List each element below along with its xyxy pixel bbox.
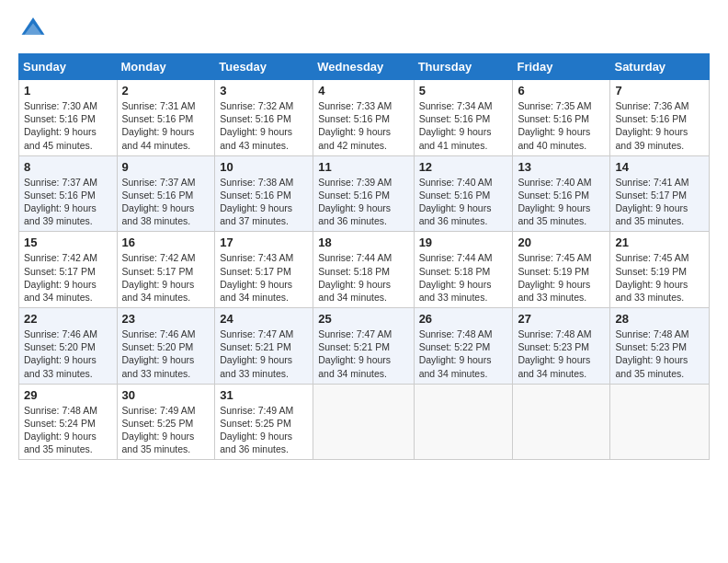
day-info: Sunrise: 7:43 AMSunset: 5:17 PMDaylight:… — [220, 252, 293, 303]
day-number: 14 — [615, 160, 704, 174]
calendar-cell — [513, 384, 610, 460]
day-info: Sunrise: 7:38 AMSunset: 5:16 PMDaylight:… — [220, 177, 293, 227]
calendar-cell — [313, 384, 414, 460]
calendar-week-row: 8 Sunrise: 7:37 AMSunset: 5:16 PMDayligh… — [19, 155, 710, 232]
calendar-cell: 14 Sunrise: 7:41 AMSunset: 5:17 PMDaylig… — [610, 155, 710, 232]
calendar-header-monday: Monday — [117, 54, 215, 80]
calendar-cell: 19 Sunrise: 7:44 AMSunset: 5:18 PMDaylig… — [414, 232, 513, 308]
day-info: Sunrise: 7:37 AMSunset: 5:16 PMDaylight:… — [24, 177, 97, 227]
day-number: 4 — [318, 84, 408, 98]
day-number: 26 — [419, 312, 508, 326]
calendar-cell: 4 Sunrise: 7:33 AMSunset: 5:16 PMDayligh… — [313, 80, 414, 156]
header — [18, 15, 710, 44]
day-info: Sunrise: 7:44 AMSunset: 5:18 PMDaylight:… — [318, 252, 392, 303]
calendar-cell: 31 Sunrise: 7:49 AMSunset: 5:25 PMDaylig… — [215, 384, 313, 460]
day-number: 2 — [122, 84, 210, 98]
day-number: 29 — [24, 388, 112, 402]
calendar-cell: 9 Sunrise: 7:37 AMSunset: 5:16 PMDayligh… — [117, 155, 215, 232]
calendar-cell: 11 Sunrise: 7:39 AMSunset: 5:16 PMDaylig… — [313, 155, 414, 232]
day-number: 12 — [419, 160, 508, 174]
page: SundayMondayTuesdayWednesdayThursdayFrid… — [0, 0, 728, 475]
calendar-cell: 3 Sunrise: 7:32 AMSunset: 5:16 PMDayligh… — [215, 80, 313, 156]
day-number: 20 — [518, 236, 605, 249]
day-number: 8 — [24, 160, 112, 174]
calendar-week-row: 29 Sunrise: 7:48 AMSunset: 5:24 PMDaylig… — [19, 384, 710, 460]
calendar-cell: 10 Sunrise: 7:38 AMSunset: 5:16 PMDaylig… — [215, 155, 313, 232]
day-number: 5 — [419, 84, 508, 98]
day-number: 30 — [122, 388, 210, 402]
day-info: Sunrise: 7:47 AMSunset: 5:21 PMDaylight:… — [220, 328, 293, 379]
calendar-header-sunday: Sunday — [19, 54, 118, 80]
day-number: 21 — [615, 236, 704, 249]
calendar-header-wednesday: Wednesday — [313, 54, 414, 80]
calendar-cell: 16 Sunrise: 7:42 AMSunset: 5:17 PMDaylig… — [117, 232, 215, 308]
day-info: Sunrise: 7:36 AMSunset: 5:16 PMDaylight:… — [615, 100, 688, 151]
calendar-header-friday: Friday — [513, 54, 610, 80]
day-info: Sunrise: 7:30 AMSunset: 5:16 PMDaylight:… — [24, 100, 97, 151]
calendar-cell: 6 Sunrise: 7:35 AMSunset: 5:16 PMDayligh… — [513, 80, 610, 156]
day-info: Sunrise: 7:46 AMSunset: 5:20 PMDaylight:… — [122, 328, 196, 379]
calendar-cell — [414, 384, 513, 460]
calendar-cell: 17 Sunrise: 7:43 AMSunset: 5:17 PMDaylig… — [215, 232, 313, 308]
day-info: Sunrise: 7:49 AMSunset: 5:25 PMDaylight:… — [220, 405, 293, 455]
day-info: Sunrise: 7:37 AMSunset: 5:16 PMDaylight:… — [122, 177, 196, 227]
logo — [18, 15, 50, 44]
day-info: Sunrise: 7:41 AMSunset: 5:17 PMDaylight:… — [615, 177, 688, 227]
calendar-cell: 29 Sunrise: 7:48 AMSunset: 5:24 PMDaylig… — [19, 384, 118, 460]
calendar-header-saturday: Saturday — [610, 54, 710, 80]
day-info: Sunrise: 7:46 AMSunset: 5:20 PMDaylight:… — [24, 328, 97, 379]
calendar-header-thursday: Thursday — [414, 54, 513, 80]
calendar-cell: 15 Sunrise: 7:42 AMSunset: 5:17 PMDaylig… — [19, 232, 118, 308]
calendar-table: SundayMondayTuesdayWednesdayThursdayFrid… — [18, 53, 710, 460]
calendar-cell: 28 Sunrise: 7:48 AMSunset: 5:23 PMDaylig… — [610, 308, 710, 385]
day-info: Sunrise: 7:42 AMSunset: 5:17 PMDaylight:… — [24, 252, 97, 303]
calendar-cell: 7 Sunrise: 7:36 AMSunset: 5:16 PMDayligh… — [610, 80, 710, 156]
calendar-header-row: SundayMondayTuesdayWednesdayThursdayFrid… — [19, 54, 710, 80]
day-number: 10 — [220, 160, 308, 174]
day-info: Sunrise: 7:32 AMSunset: 5:16 PMDaylight:… — [220, 100, 293, 151]
day-info: Sunrise: 7:39 AMSunset: 5:16 PMDaylight:… — [318, 177, 392, 227]
day-info: Sunrise: 7:40 AMSunset: 5:16 PMDaylight:… — [419, 177, 493, 227]
day-number: 28 — [615, 312, 704, 326]
calendar-cell: 26 Sunrise: 7:48 AMSunset: 5:22 PMDaylig… — [414, 308, 513, 385]
day-info: Sunrise: 7:48 AMSunset: 5:24 PMDaylight:… — [24, 405, 97, 455]
day-info: Sunrise: 7:35 AMSunset: 5:16 PMDaylight:… — [518, 100, 591, 151]
day-info: Sunrise: 7:33 AMSunset: 5:16 PMDaylight:… — [318, 100, 392, 151]
calendar-cell: 8 Sunrise: 7:37 AMSunset: 5:16 PMDayligh… — [19, 155, 118, 232]
day-number: 16 — [122, 236, 210, 249]
day-info: Sunrise: 7:40 AMSunset: 5:16 PMDaylight:… — [518, 177, 591, 227]
day-number: 23 — [122, 312, 210, 326]
calendar-cell: 13 Sunrise: 7:40 AMSunset: 5:16 PMDaylig… — [513, 155, 610, 232]
day-number: 22 — [24, 312, 112, 326]
day-info: Sunrise: 7:48 AMSunset: 5:22 PMDaylight:… — [419, 328, 493, 379]
day-number: 24 — [220, 312, 308, 326]
calendar-cell: 1 Sunrise: 7:30 AMSunset: 5:16 PMDayligh… — [19, 80, 118, 156]
calendar-cell: 20 Sunrise: 7:45 AMSunset: 5:19 PMDaylig… — [513, 232, 610, 308]
day-number: 19 — [419, 236, 508, 249]
calendar-cell: 23 Sunrise: 7:46 AMSunset: 5:20 PMDaylig… — [117, 308, 215, 385]
day-number: 7 — [615, 84, 704, 98]
day-info: Sunrise: 7:31 AMSunset: 5:16 PMDaylight:… — [122, 100, 196, 151]
calendar-cell: 22 Sunrise: 7:46 AMSunset: 5:20 PMDaylig… — [19, 308, 118, 385]
day-info: Sunrise: 7:42 AMSunset: 5:17 PMDaylight:… — [122, 252, 196, 303]
calendar-week-row: 22 Sunrise: 7:46 AMSunset: 5:20 PMDaylig… — [19, 308, 710, 385]
day-number: 13 — [518, 160, 605, 174]
calendar-cell: 12 Sunrise: 7:40 AMSunset: 5:16 PMDaylig… — [414, 155, 513, 232]
calendar-cell: 30 Sunrise: 7:49 AMSunset: 5:25 PMDaylig… — [117, 384, 215, 460]
day-number: 18 — [318, 236, 408, 249]
calendar-cell: 27 Sunrise: 7:48 AMSunset: 5:23 PMDaylig… — [513, 308, 610, 385]
day-number: 3 — [220, 84, 308, 98]
calendar-cell — [610, 384, 710, 460]
day-info: Sunrise: 7:34 AMSunset: 5:16 PMDaylight:… — [419, 100, 493, 151]
day-info: Sunrise: 7:47 AMSunset: 5:21 PMDaylight:… — [318, 328, 392, 379]
day-number: 9 — [122, 160, 210, 174]
calendar-cell: 25 Sunrise: 7:47 AMSunset: 5:21 PMDaylig… — [313, 308, 414, 385]
logo-icon — [20, 15, 46, 40]
calendar-header-tuesday: Tuesday — [215, 54, 313, 80]
calendar-cell: 18 Sunrise: 7:44 AMSunset: 5:18 PMDaylig… — [313, 232, 414, 308]
day-number: 11 — [318, 160, 408, 174]
day-number: 31 — [220, 388, 308, 402]
calendar-cell: 5 Sunrise: 7:34 AMSunset: 5:16 PMDayligh… — [414, 80, 513, 156]
day-info: Sunrise: 7:45 AMSunset: 5:19 PMDaylight:… — [518, 252, 591, 303]
day-number: 27 — [518, 312, 605, 326]
